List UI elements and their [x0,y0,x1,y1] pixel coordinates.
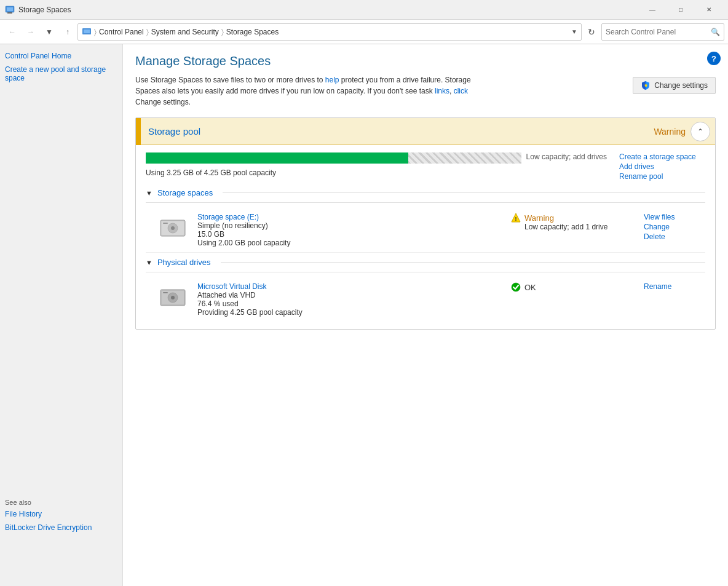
storage-space-info: Storage space (E:) Simple (no resiliency… [197,213,501,247]
page-title: Manage Storage Spaces [135,54,716,68]
drive-svg [159,215,186,240]
usage-bar-fill [146,152,433,164]
maximize-button[interactable]: □ [667,0,695,20]
warning-sub-label: Low capacity; add 1 drive [524,223,634,231]
sep2: 〉 [146,28,149,36]
content-header: Use Storage Spaces to save files to two … [135,74,716,108]
sidebar-item-file-history[interactable]: File History [5,510,92,518]
pool-collapse-button[interactable]: ⌃ [690,122,710,141]
breadcrumb-control-panel[interactable]: Control Panel [99,28,144,36]
help-button[interactable]: ? [707,52,721,65]
storage-spaces-nav-icon [82,27,92,37]
storage-spaces-section-header: ▼ Storage spaces [146,188,705,203]
svg-rect-2 [7,12,12,14]
content-description: Use Storage Spaces to save files to two … [135,74,480,108]
physical-drive-svg [159,285,186,309]
see-also-section: See also File History BitLocker Drive En… [5,499,92,537]
svg-rect-10 [163,223,168,224]
warning-icon: ! [511,213,521,223]
storage-spaces-toggle[interactable]: ▼ [146,189,152,197]
svg-text:!: ! [515,216,517,222]
content-area: ? Manage Storage Spaces Use Storage Spac… [123,44,728,586]
ok-icon [511,282,521,292]
shield-icon [641,81,651,90]
breadcrumb-dropdown-button[interactable]: ▼ [571,28,577,35]
storage-space-name: Storage space (E:) [197,213,501,221]
sidebar-item-create-pool[interactable]: Create a new pool and storage space [5,65,117,82]
back-button[interactable]: ← [4,23,21,41]
storage-space-item: Storage space (E:) Simple (no resiliency… [146,208,705,253]
usage-bar-stripe [408,152,521,164]
minimize-button[interactable]: — [638,0,667,20]
physical-drive-icon [158,282,188,312]
forward-button[interactable]: → [22,23,39,41]
sidebar: Control Panel Home Create a new pool and… [0,44,123,586]
warning-status-row: ! Warning [511,213,634,223]
main-layout: Control Panel Home Create a new pool and… [0,44,728,586]
physical-drives-section-header: ▼ Physical drives [146,258,705,272]
view-files-link[interactable]: View files [644,213,705,221]
svg-rect-1 [7,7,13,11]
pool-title: Storage pool [141,126,654,137]
svg-point-9 [171,226,175,230]
rename-pool-link[interactable]: Rename pool [619,172,705,181]
storage-pool-panel: Storage pool Warning ⌃ Low capacity; add [135,117,716,330]
search-input[interactable] [606,28,711,36]
svg-rect-17 [163,292,168,293]
recent-locations-button[interactable]: ▼ [41,23,58,41]
physical-drive-info: Microsoft Virtual Disk Attached via VHD … [197,282,501,317]
svg-point-16 [171,296,175,299]
close-button[interactable]: ✕ [695,0,723,20]
refresh-button[interactable]: ↻ [583,23,600,41]
storage-space-pool-usage: Using 2.00 GB pool capacity [197,239,501,247]
window-controls: — □ ✕ [638,0,723,20]
storage-spaces-section-title: Storage spaces [157,188,213,197]
pool-usage-text: Using 3.25 GB of 4.25 GB pool capacity [146,168,607,177]
physical-drive-status: OK [511,282,634,292]
change-settings-button[interactable]: Change settings [633,77,716,94]
svg-rect-4 [84,30,90,33]
change-link[interactable]: Change [644,223,705,231]
storage-space-status: ! Warning Low capacity; add 1 drive [511,213,634,231]
search-box: 🔍 [601,23,724,41]
breadcrumb-storage-spaces[interactable]: Storage Spaces [226,28,279,36]
pool-actions: Create a storage space Add drives Rename… [619,152,705,181]
change-settings-label: Change settings [654,81,708,90]
pool-status-label: Warning [654,127,690,137]
app-icon [5,5,15,15]
sep1: 〉 [94,28,97,36]
storage-space-icon [158,213,188,242]
breadcrumb-bar[interactable]: 〉 Control Panel 〉 System and Security 〉 … [77,23,582,41]
storage-space-actions: View files Change Delete [644,213,705,241]
pool-header: Storage pool Warning ⌃ [136,118,715,145]
physical-drives-section-title: Physical drives [157,258,211,267]
physical-drive-item: Microsoft Virtual Disk Attached via VHD … [146,277,705,322]
window-title: Storage Spaces [18,6,638,14]
links-link[interactable]: links [435,87,449,95]
up-button[interactable]: ↑ [59,23,76,41]
help-link[interactable]: help [325,76,339,84]
low-capacity-label: Low capacity; add drives [526,152,607,161]
ok-status-row: OK [511,282,634,292]
usage-bar [146,152,521,164]
addressbar: ← → ▼ ↑ 〉 Control Panel 〉 System and Sec… [0,20,728,44]
storage-space-type: Simple (no resiliency) [197,221,501,230]
physical-drives-toggle[interactable]: ▼ [146,259,152,266]
sidebar-item-bitlocker[interactable]: BitLocker Drive Encryption [5,523,92,532]
pool-usage-row: Low capacity; add drives Using 3.25 GB o… [146,152,705,181]
ok-label: OK [524,283,536,292]
pool-status-indicator [136,118,141,145]
search-button[interactable]: 🔍 [711,28,720,36]
change-settings-link[interactable]: click [454,87,468,95]
create-storage-space-link[interactable]: Create a storage space [619,152,705,161]
sidebar-item-control-panel-home[interactable]: Control Panel Home [5,52,117,60]
see-also-label: See also [5,499,92,506]
warning-label: Warning [524,213,554,223]
delete-link[interactable]: Delete [644,232,705,241]
physical-drive-usage: 76.4 % used [197,299,501,308]
add-drives-link[interactable]: Add drives [619,162,705,171]
rename-drive-link[interactable]: Rename [644,282,705,291]
breadcrumb-system-security[interactable]: System and Security [151,28,219,36]
physical-drive-capacity: Providing 4.25 GB pool capacity [197,308,501,317]
titlebar: Storage Spaces — □ ✕ [0,0,728,20]
